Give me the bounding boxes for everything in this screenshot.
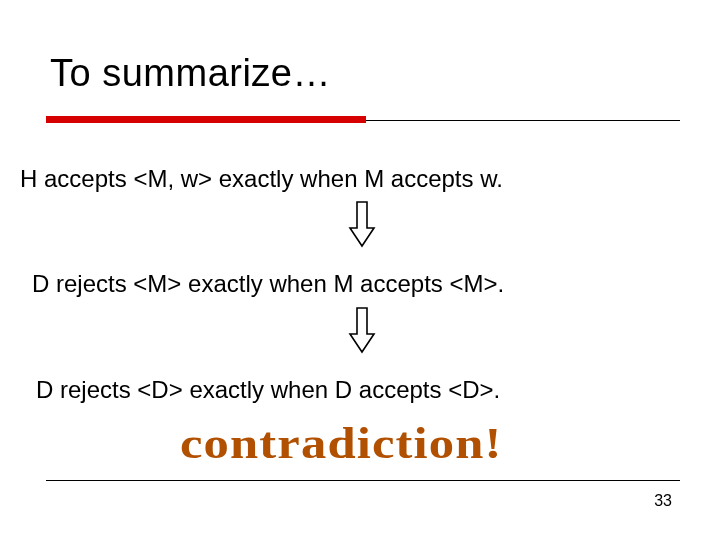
contradiction-exclamation: contradiction!: [180, 418, 502, 469]
statement-1: H accepts <M, w> exactly when M accepts …: [20, 165, 503, 193]
down-arrow-icon: [348, 306, 376, 354]
statement-3: D rejects <D> exactly when D accepts <D>…: [36, 376, 500, 404]
page-number: 33: [654, 492, 672, 510]
slide: To summarize… H accepts <M, w> exactly w…: [0, 0, 720, 540]
down-arrow-icon: [348, 200, 376, 248]
footer-separator: [46, 480, 680, 481]
title-underline-black: [366, 120, 680, 121]
statement-2: D rejects <M> exactly when M accepts <M>…: [32, 270, 504, 298]
title-underline-red: [46, 116, 366, 123]
slide-title: To summarize…: [50, 52, 331, 95]
